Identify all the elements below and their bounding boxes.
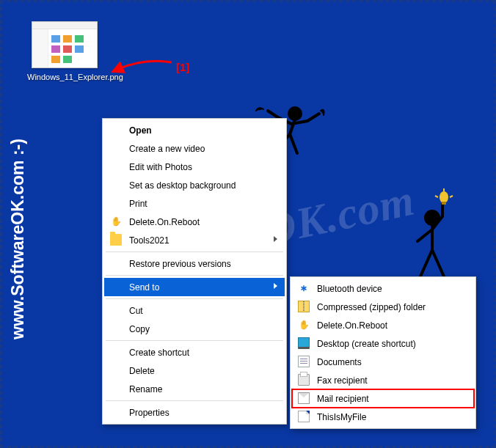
annotation-arrow-1 (114, 58, 173, 73)
menu-item-delete-on-reboot[interactable]: ✋Delete.On.Reboot (104, 213, 285, 231)
submenu-item-thisismyfile[interactable]: ThisIsMyFile (292, 408, 474, 426)
menu-item-rename[interactable]: Rename (104, 380, 285, 398)
menu-separator (106, 275, 283, 276)
menu-item-tools2021[interactable]: Tools2021 (104, 231, 285, 249)
svg-point-0 (289, 108, 301, 120)
chevron-right-icon (274, 283, 277, 289)
sendto-submenu: ∗Bluetooth device Compressed (zipped) fo… (290, 276, 476, 429)
menu-item-copy[interactable]: Copy (104, 320, 285, 338)
menu-item-create-shortcut[interactable]: Create shortcut (104, 343, 285, 361)
submenu-item-desktop-shortcut[interactable]: Desktop (create shortcut) (292, 334, 474, 353)
menu-item-open[interactable]: Open (104, 121, 285, 139)
menu-item-print[interactable]: Print (104, 194, 285, 213)
file-label: Windows_11_Explorer.png (27, 73, 102, 82)
submenu-item-documents[interactable]: Documents (292, 353, 474, 371)
submenu-item-fax[interactable]: Fax recipient (292, 371, 474, 389)
context-menu: Open Create a new video Edit with Photos… (102, 118, 287, 425)
menu-item-send-to[interactable]: Send to (104, 278, 285, 296)
menu-item-create-video[interactable]: Create a new video (104, 139, 285, 158)
submenu-item-bluetooth[interactable]: ∗Bluetooth device (292, 279, 474, 298)
menu-separator (106, 400, 283, 401)
fax-icon (298, 374, 310, 386)
file-thumbnail (32, 21, 98, 68)
hand-icon: ✋ (110, 216, 122, 227)
menu-item-restore-versions[interactable]: Restore previous versions (104, 254, 285, 273)
menu-separator (106, 340, 283, 341)
folder-icon (110, 234, 122, 246)
menu-item-set-desktop-bg[interactable]: Set as desktop background (104, 176, 285, 194)
chevron-right-icon (274, 236, 277, 242)
svg-rect-3 (442, 202, 446, 205)
watermark-side: www.SoftwareOK.com :-) (8, 139, 28, 339)
stick-figure-idea (403, 190, 462, 288)
document-icon (298, 356, 310, 367)
menu-item-properties[interactable]: Properties (104, 403, 285, 422)
menu-separator (106, 298, 283, 299)
hand-icon: ✋ (298, 319, 310, 331)
svg-point-1 (426, 211, 439, 224)
submenu-item-delete-on-reboot[interactable]: ✋Delete.On.Reboot (292, 316, 474, 334)
svg-point-2 (440, 191, 448, 203)
desktop-icon (298, 337, 310, 349)
mail-icon (298, 392, 310, 404)
file-icon (298, 411, 310, 422)
desktop-file-icon[interactable]: Windows_11_Explorer.png (27, 21, 102, 82)
submenu-item-mail-recipient[interactable]: Mail recipient (292, 389, 474, 408)
menu-item-delete[interactable]: Delete (104, 361, 285, 380)
menu-item-edit-photos[interactable]: Edit with Photos (104, 158, 285, 176)
submenu-item-compressed[interactable]: Compressed (zipped) folder (292, 298, 474, 316)
bluetooth-icon: ∗ (298, 282, 310, 294)
menu-item-cut[interactable]: Cut (104, 301, 285, 320)
zip-icon (298, 301, 310, 312)
annotation-label-1: [1] (176, 61, 189, 73)
menu-separator (106, 251, 283, 252)
